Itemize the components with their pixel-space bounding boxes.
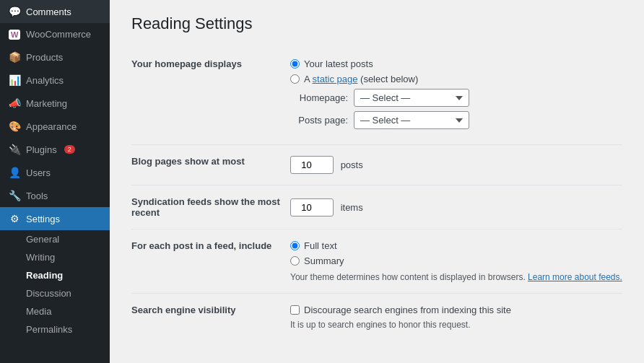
blog-pages-suffix: posts: [341, 159, 363, 170]
syndication-feeds-value: items: [290, 185, 622, 229]
homepage-select-label: Homepage:: [290, 92, 348, 103]
static-page-radio[interactable]: [290, 74, 300, 84]
settings-submenu: General Writing Reading Discussion Media…: [0, 230, 110, 338]
sidebar: 💬 Comments W WooCommerce 📦 Products 📊 An…: [0, 0, 110, 363]
comments-icon: 💬: [9, 6, 20, 17]
main-content: Reading Settings Your homepage displays …: [110, 0, 644, 363]
homepage-displays-label: Your homepage displays: [131, 48, 290, 145]
posts-page-select-label: Posts page:: [290, 115, 348, 126]
sidebar-item-plugins[interactable]: 🔌 Plugins 2: [0, 138, 110, 161]
search-engine-label: Search engine visibility: [131, 294, 290, 341]
feed-include-options: Full text Summary Your theme determines …: [290, 229, 622, 294]
search-engine-checkbox[interactable]: [290, 305, 300, 315]
homepage-displays-row: Your homepage displays Your latest posts…: [131, 48, 622, 145]
sidebar-item-label: Comments: [26, 6, 71, 17]
homepage-displays-options: Your latest posts A static page (select …: [290, 48, 622, 145]
blog-pages-label: Blog pages show at most: [131, 145, 290, 185]
static-page-label: A static page (select below): [304, 74, 418, 84]
feed-include-label: For each post in a feed, include: [131, 229, 290, 294]
feed-learn-more-link[interactable]: Learn more about feeds.: [528, 272, 622, 282]
search-engine-checkbox-label: Discourage search engines from indexing …: [304, 305, 511, 315]
settings-icon: ⚙: [9, 213, 20, 224]
sidebar-item-label: Plugins: [26, 144, 57, 155]
blog-pages-row: Blog pages show at most posts: [131, 145, 622, 185]
sidebar-item-marketing[interactable]: 📣 Marketing: [0, 92, 110, 115]
full-text-label: Full text: [304, 240, 337, 251]
search-engine-note: It is up to search engines to honor this…: [290, 320, 622, 330]
sidebar-item-label: Settings: [26, 214, 60, 224]
sidebar-item-appearance[interactable]: 🎨 Appearance: [0, 115, 110, 138]
sidebar-item-products[interactable]: 📦 Products: [0, 45, 110, 69]
latest-posts-option[interactable]: Your latest posts: [290, 58, 622, 69]
feed-theme-note-text: Your theme determines how content is dis…: [290, 272, 526, 282]
summary-radio[interactable]: [290, 256, 300, 266]
sidebar-item-comments[interactable]: 💬 Comments: [0, 0, 110, 23]
sidebar-subitem-writing[interactable]: Writing: [0, 248, 110, 266]
sidebar-item-woocommerce[interactable]: W WooCommerce: [0, 23, 110, 45]
sidebar-item-users[interactable]: 👤 Users: [0, 161, 110, 184]
products-icon: 📦: [9, 51, 20, 63]
sidebar-item-label: Tools: [26, 191, 48, 201]
feed-theme-note: Your theme determines how content is dis…: [290, 272, 622, 282]
syndication-feeds-row: Syndication feeds show the most recent i…: [131, 185, 622, 229]
static-page-option[interactable]: A static page (select below): [290, 74, 622, 84]
latest-posts-label: Your latest posts: [304, 58, 373, 69]
static-page-link[interactable]: static page: [313, 74, 358, 84]
settings-form: Your homepage displays Your latest posts…: [131, 48, 622, 341]
tools-icon: 🔧: [9, 190, 20, 201]
posts-page-select-row: Posts page: — Select —: [290, 111, 622, 129]
sidebar-item-label: Users: [26, 167, 51, 178]
sidebar-item-label: WooCommerce: [26, 29, 91, 40]
page-title: Reading Settings: [131, 14, 622, 33]
blog-pages-value: posts: [290, 145, 622, 185]
homepage-select-row: Homepage: — Select —: [290, 89, 622, 107]
sidebar-subitem-general[interactable]: General: [0, 230, 110, 248]
syndication-feeds-input[interactable]: [290, 198, 334, 217]
search-engine-row: Search engine visibility Discourage sear…: [131, 294, 622, 341]
homepage-select[interactable]: — Select —: [354, 89, 469, 107]
sidebar-item-label: Marketing: [26, 98, 67, 109]
sidebar-subitem-discussion[interactable]: Discussion: [0, 284, 110, 302]
summary-label: Summary: [304, 255, 344, 266]
sidebar-item-label: Products: [26, 52, 63, 63]
plugins-badge: 2: [64, 145, 75, 154]
syndication-feeds-suffix: items: [341, 202, 363, 213]
syndication-feeds-label: Syndication feeds show the most recent: [131, 185, 290, 229]
posts-page-select[interactable]: — Select —: [354, 111, 469, 129]
latest-posts-radio[interactable]: [290, 59, 300, 69]
users-icon: 👤: [9, 167, 20, 178]
plugins-icon: 🔌: [9, 144, 20, 155]
marketing-icon: 📣: [9, 97, 20, 109]
feed-include-row: For each post in a feed, include Full te…: [131, 229, 622, 294]
full-text-radio[interactable]: [290, 241, 300, 250]
sidebar-item-label: Appearance: [26, 121, 77, 132]
sidebar-item-tools[interactable]: 🔧 Tools: [0, 184, 110, 207]
blog-pages-input[interactable]: [290, 156, 334, 174]
appearance-icon: 🎨: [9, 121, 20, 132]
search-engine-checkbox-row[interactable]: Discourage search engines from indexing …: [290, 305, 622, 315]
woo-icon: W: [9, 30, 20, 40]
analytics-icon: 📊: [9, 74, 20, 86]
sidebar-subitem-reading[interactable]: Reading: [0, 266, 110, 284]
search-engine-value: Discourage search engines from indexing …: [290, 294, 622, 341]
sidebar-item-analytics[interactable]: 📊 Analytics: [0, 69, 110, 92]
sidebar-subitem-permalinks[interactable]: Permalinks: [0, 320, 110, 338]
sidebar-item-settings[interactable]: ⚙ Settings: [0, 207, 110, 230]
sidebar-item-label: Analytics: [26, 75, 64, 86]
full-text-option[interactable]: Full text: [290, 240, 622, 251]
sidebar-subitem-media[interactable]: Media: [0, 302, 110, 320]
summary-option[interactable]: Summary: [290, 255, 622, 266]
